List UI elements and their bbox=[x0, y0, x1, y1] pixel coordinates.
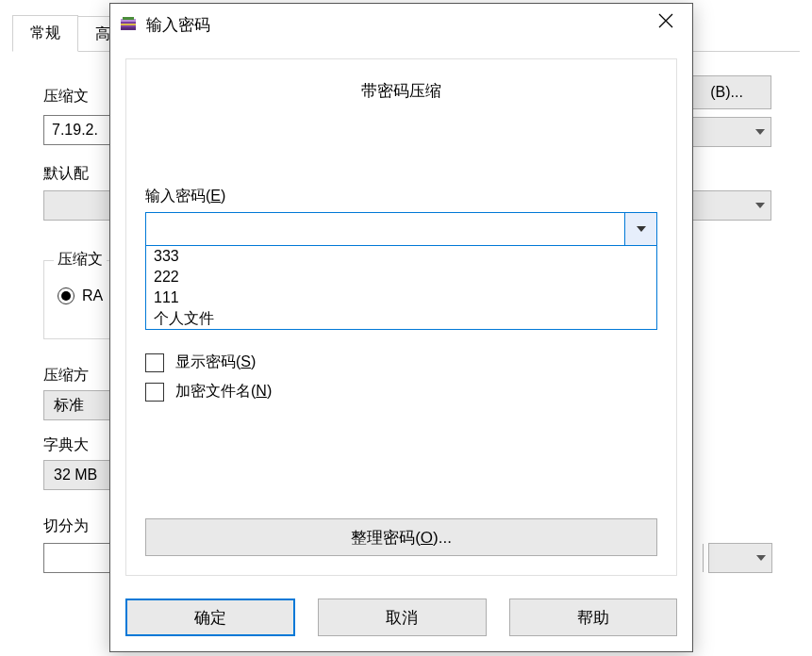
checkbox-show-password[interactable]: 显示密码(S) bbox=[145, 353, 676, 372]
password-dropdown-list: 333 222 111 个人文件 bbox=[145, 246, 657, 330]
close-icon bbox=[658, 13, 673, 32]
label-archive-name: 压缩文 bbox=[43, 87, 89, 107]
label-split: 切分为 bbox=[43, 517, 89, 536]
dialog-footer: 确定 取消 帮助 bbox=[125, 599, 677, 636]
checkbox-show-password-label: 显示密码(S) bbox=[175, 353, 256, 372]
password-dialog: 输入密码 带密码压缩 输入密码(E) 333 222 111 个人文件 bbox=[109, 3, 693, 652]
dialog-heading: 带密码压缩 bbox=[126, 80, 676, 102]
combo-method[interactable]: 标准 bbox=[43, 390, 119, 420]
password-combobox bbox=[145, 212, 657, 246]
organize-passwords-button[interactable]: 整理密码(O)... bbox=[145, 518, 657, 556]
chevron-down-icon bbox=[756, 555, 766, 561]
checkbox-box-icon bbox=[145, 383, 164, 402]
organize-passwords-label: 整理密码(O)... bbox=[351, 527, 452, 549]
help-button[interactable]: 帮助 bbox=[509, 599, 677, 636]
password-option[interactable]: 111 bbox=[146, 287, 656, 308]
browse-button[interactable]: (B)... bbox=[682, 75, 771, 109]
svg-rect-3 bbox=[121, 27, 136, 30]
dialog-titlebar: 输入密码 bbox=[110, 4, 692, 45]
combo-split-divider bbox=[703, 544, 759, 572]
checkbox-box-icon bbox=[145, 353, 164, 372]
field-archive-name[interactable]: 7.19.2. bbox=[43, 115, 119, 145]
password-dropdown-button[interactable] bbox=[624, 213, 656, 245]
radio-rar[interactable]: RA bbox=[58, 287, 103, 304]
checkbox-encrypt-filenames[interactable]: 加密文件名(N) bbox=[145, 382, 676, 402]
password-option[interactable]: 个人文件 bbox=[146, 308, 656, 329]
chevron-down-icon bbox=[755, 129, 765, 135]
close-button[interactable] bbox=[639, 4, 692, 41]
ok-button[interactable]: 确定 bbox=[125, 599, 295, 636]
svg-rect-4 bbox=[123, 17, 134, 20]
radio-rar-label: RA bbox=[82, 287, 103, 304]
default-profile-combo-tail[interactable] bbox=[682, 190, 771, 221]
label-dict: 字典大 bbox=[43, 435, 89, 455]
combo-split-tail[interactable] bbox=[708, 543, 772, 573]
combo-method-value: 标准 bbox=[54, 396, 84, 416]
combo-dict-value: 32 MB bbox=[54, 467, 97, 484]
chevron-down-icon bbox=[637, 226, 646, 232]
dialog-body: 带密码压缩 输入密码(E) 333 222 111 个人文件 显示密码(S) bbox=[125, 58, 677, 576]
archive-name-combo-tail[interactable] bbox=[682, 117, 771, 147]
password-input[interactable] bbox=[146, 213, 624, 245]
group-archive-format-title: 压缩文 bbox=[54, 250, 107, 270]
combo-dict[interactable]: 32 MB bbox=[43, 460, 119, 490]
tab-general[interactable]: 常规 bbox=[12, 15, 78, 52]
field-split[interactable] bbox=[43, 543, 119, 573]
chevron-down-icon bbox=[755, 203, 765, 208]
dialog-title: 输入密码 bbox=[146, 14, 210, 36]
default-profile-combo[interactable] bbox=[43, 190, 119, 221]
svg-rect-2 bbox=[121, 24, 136, 25]
winrar-icon bbox=[120, 16, 137, 33]
radio-dot-icon bbox=[58, 287, 75, 304]
password-option[interactable]: 222 bbox=[146, 267, 656, 287]
password-label: 输入密码(E) bbox=[145, 187, 657, 206]
checkbox-encrypt-filenames-label: 加密文件名(N) bbox=[175, 382, 272, 402]
label-default-profile: 默认配 bbox=[43, 164, 89, 184]
cancel-button[interactable]: 取消 bbox=[318, 599, 486, 636]
label-method: 压缩方 bbox=[43, 366, 89, 385]
password-section: 输入密码(E) 333 222 111 个人文件 bbox=[145, 187, 657, 330]
password-option[interactable]: 333 bbox=[146, 246, 656, 267]
